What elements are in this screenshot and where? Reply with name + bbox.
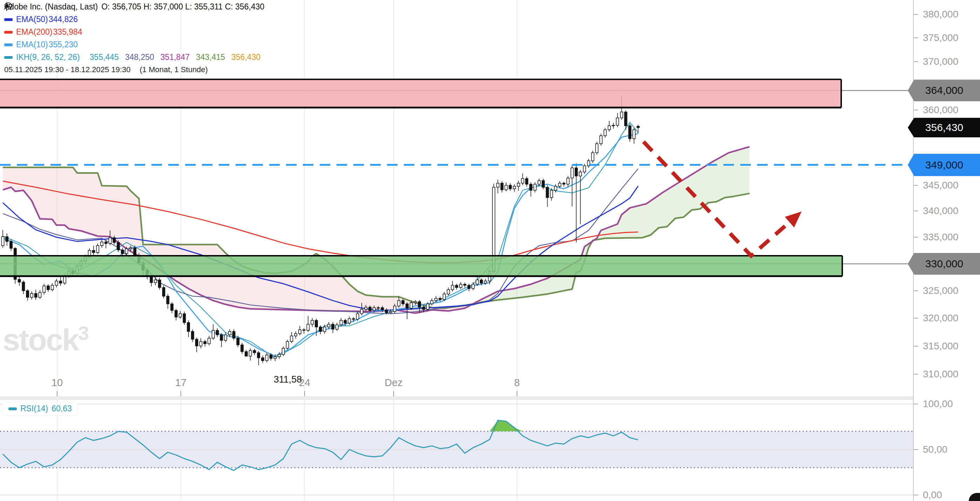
- rsi-axis-tick: [914, 449, 918, 450]
- price-badge: 364,000: [908, 80, 980, 101]
- price-axis-tick: [914, 38, 918, 38]
- price-axis-tick: [914, 290, 918, 291]
- low-price-marker: 311,58: [274, 374, 302, 385]
- chart-window: { "legend": { "title": "Adobe Inc. (Nasd…: [0, 0, 980, 501]
- ikh-value: 355,445: [90, 52, 119, 62]
- ikh-value: 351,847: [161, 52, 189, 62]
- ema50-swatch: [4, 18, 13, 21]
- price-axis-label: 310,000: [923, 369, 958, 380]
- price-axis-tick: [914, 110, 918, 110]
- indicator-row-ema200: EMA(200)335,984: [4, 27, 264, 37]
- rsi-axis-label: 100,00: [923, 398, 953, 410]
- price-axis-label: 320,000: [923, 313, 958, 324]
- rsi-axis-tick: [914, 495, 918, 495]
- stock3-watermark: stock3: [3, 321, 89, 358]
- price-axis-label: 325,000: [923, 285, 958, 296]
- clock-icon: [4, 2, 12, 10]
- price-axis-tick: [914, 237, 918, 237]
- price-axis-label: 340,000: [923, 205, 958, 216]
- instrument-title: Adobe Inc. (Nasdaq, Last): [4, 2, 98, 11]
- price-axis-tick: [914, 185, 918, 186]
- rsi-axis-tick: [914, 404, 918, 404]
- ikh-swatch: [4, 56, 13, 59]
- price-axis-label: 315,000: [923, 340, 958, 352]
- price-axis-label: 370,000: [923, 56, 958, 67]
- price-axis-tick: [914, 374, 918, 375]
- price-axis[interactable]: 380,000375,000370,000360,000345,000340,0…: [913, 0, 980, 501]
- support-zone[interactable]: [0, 256, 842, 276]
- ikh-value: 356,430: [231, 52, 261, 62]
- x-ticks: [57, 391, 517, 396]
- indicator-row-ikh: IKH(9, 26, 52, 26) 355,445348,250351,847…: [4, 52, 264, 62]
- resistance-zone[interactable]: [0, 79, 841, 108]
- x-axis-label: Dez: [385, 377, 403, 388]
- ema10-swatch: [4, 43, 13, 46]
- rsi-axis-label: 0,00: [923, 490, 942, 501]
- price-axis-tick: [914, 61, 918, 62]
- price-axis-label: 360,000: [923, 104, 958, 116]
- indicator-row-ema50: EMA(50)344,826: [4, 15, 264, 24]
- x-axis-label: 17: [175, 377, 186, 388]
- rsi-swatch: [8, 407, 17, 410]
- pane-divider[interactable]: [0, 396, 913, 400]
- ohlc-values: O: 356,705 H: 357,000 L: 355,311 C: 356,…: [101, 2, 264, 11]
- price-axis-tick: [914, 318, 918, 318]
- price-axis-tick: [914, 14, 918, 15]
- price-axis-label: 335,000: [923, 232, 958, 243]
- price-axis-tick: [914, 211, 918, 211]
- ikh-value: 343,415: [196, 52, 225, 62]
- period-granularity: (1 Monat, 1 Stunde): [140, 65, 207, 74]
- price-badge: 356,430: [908, 118, 980, 137]
- ema200-swatch: [4, 31, 13, 33]
- price-chart-canvas: [0, 0, 980, 501]
- instrument-row: Adobe Inc. (Nasdaq, Last) O: 356,705 H: …: [4, 2, 264, 11]
- price-badge: 330,000: [908, 253, 980, 275]
- price-axis-label: 345,000: [923, 180, 958, 191]
- rsi-overbought-fill: [3, 420, 638, 431]
- indicator-row-ema10: EMA(10)355,230: [4, 40, 264, 49]
- ichimoku-cloud: [3, 147, 749, 313]
- rsi-axis-label: 50,00: [923, 444, 947, 455]
- price-axis-label: 375,000: [923, 32, 958, 43]
- rsi-legend: RSI(14) 60,63: [3, 402, 78, 415]
- price-axis-tick: [914, 346, 918, 347]
- period-row: 05.11.2025 19:30 - 18.12.2025 19:30 (1 M…: [4, 65, 264, 74]
- x-axis-label: 10: [51, 377, 63, 388]
- chart-legend: Adobe Inc. (Nasdaq, Last) O: 356,705 H: …: [4, 2, 264, 74]
- price-badge: 349,000: [908, 154, 980, 176]
- x-axis-label: 8: [514, 377, 520, 388]
- rsi-pane: [0, 404, 913, 495]
- price-axis-label: 380,000: [923, 9, 958, 20]
- ikh-value: 348,250: [125, 52, 154, 62]
- ikh-values: 355,445348,250351,847343,415356,430: [83, 52, 261, 62]
- period-text: 05.11.2025 19:30 - 18.12.2025 19:30: [4, 65, 130, 74]
